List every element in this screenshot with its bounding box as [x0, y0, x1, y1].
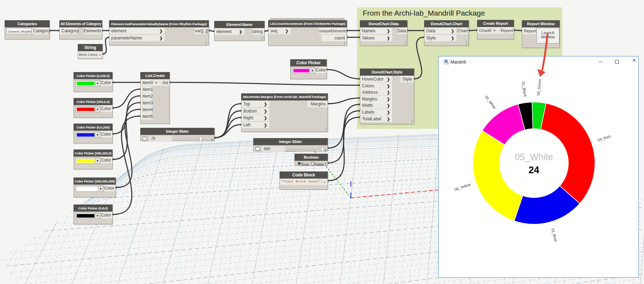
svg-text:02_Blue: 02_Blue	[551, 228, 558, 242]
svg-text:03_Green: 03_Green	[536, 79, 542, 96]
svg-text:24: 24	[529, 165, 539, 175]
svg-text:06_Yellow: 06_Yellow	[454, 182, 471, 192]
svg-text:01_Black: 01_Black	[521, 81, 527, 97]
svg-text:05_White: 05_White	[515, 152, 553, 162]
svg-text:05_White: 05_White	[484, 95, 497, 110]
svg-text:04_Red: 04_Red	[597, 134, 611, 142]
